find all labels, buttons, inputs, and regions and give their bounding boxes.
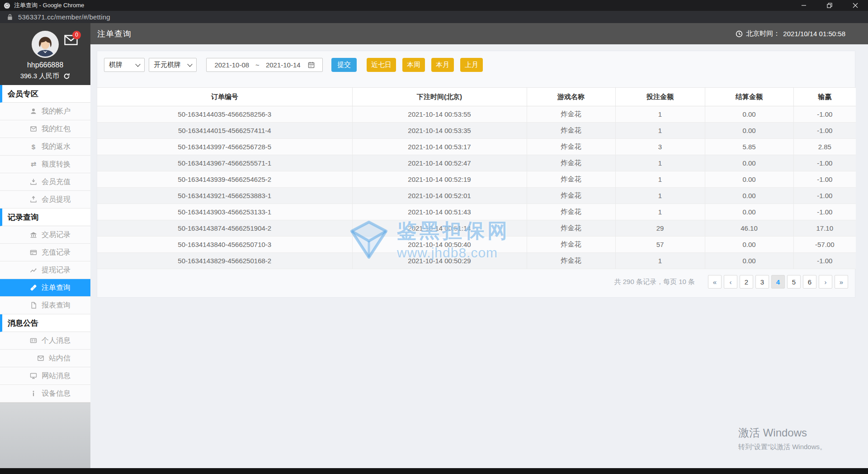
table-row: 50-1634143967-4566255571-12021-10-14 00:… bbox=[97, 155, 856, 171]
sidebar-item-site-messages[interactable]: 网站消息 bbox=[0, 367, 90, 385]
sidebar-item-betting-query[interactable]: 注单查询 bbox=[0, 279, 90, 297]
time-value: 2021/10/14 01:50:58 bbox=[783, 30, 845, 38]
sidebar-item-report-query[interactable]: 报表查询 bbox=[0, 297, 90, 314]
minimize-button[interactable] bbox=[791, 0, 816, 11]
sidebar-item-rebate[interactable]: $ 我的返水 bbox=[0, 138, 90, 156]
date-range-input[interactable]: 2021-10-08 ~ 2021-10-14 bbox=[206, 58, 323, 72]
sidebar-item-device-info[interactable]: 设备信息 bbox=[0, 385, 90, 403]
pagination: 共 290 条记录，每页 10 条 « ‹ 2 3 4 5 6 › » bbox=[97, 275, 855, 289]
this-week-button[interactable]: 本周 bbox=[402, 58, 425, 72]
sidebar-item-withdraw[interactable]: 会员提现 bbox=[0, 191, 90, 209]
sidebar-item-transfer[interactable]: ⇄ 额度转换 bbox=[0, 156, 90, 173]
main-area: 注单查询 北京时间：2021/10/14 01:50:58 棋牌 bbox=[90, 23, 868, 468]
monitor-icon bbox=[29, 372, 38, 379]
betting-table: 订单编号 下注时间(北京) 游戏名称 投注金额 结算金额 输赢 50-16341… bbox=[97, 87, 856, 269]
app: 0 hhp666888 396.3 人民币 会员专区 我的帐户 我的红包 bbox=[0, 23, 868, 468]
time-label: 北京时间： bbox=[746, 29, 780, 38]
chevron-down-icon bbox=[187, 62, 192, 66]
idcard-icon bbox=[29, 337, 38, 344]
table-row: 50-1634143829-4566250168-22021-10-14 00:… bbox=[97, 253, 856, 269]
user-icon bbox=[29, 108, 38, 115]
content-panel: 棋牌 开元棋牌 2021-10-08 ~ 2021-10-14 bbox=[97, 51, 855, 298]
dollar-icon: $ bbox=[29, 143, 38, 151]
first-page-button[interactable]: « bbox=[708, 275, 722, 289]
browser-titlebar: 注单查询 - Google Chrome bbox=[0, 0, 868, 11]
sidebar-item-transactions[interactable]: 交易记录 bbox=[0, 226, 90, 244]
close-button[interactable] bbox=[842, 0, 868, 11]
col-bet-amount: 投注金额 bbox=[615, 88, 705, 106]
beijing-time: 北京时间：2021/10/14 01:50:58 bbox=[736, 29, 845, 38]
date-separator: ~ bbox=[255, 61, 259, 69]
sidebar: 0 hhp666888 396.3 人民币 会员专区 我的帐户 我的红包 bbox=[0, 23, 90, 468]
col-game-name: 游戏名称 bbox=[527, 88, 615, 106]
col-order-no: 订单编号 bbox=[97, 88, 352, 106]
table-row: 50-1634143903-4566253133-12021-10-14 00:… bbox=[97, 204, 856, 220]
ticket-icon bbox=[29, 284, 38, 291]
platform-select[interactable]: 开元棋牌 bbox=[149, 58, 197, 72]
this-month-button[interactable]: 本月 bbox=[431, 58, 454, 72]
game-type-select[interactable]: 棋牌 bbox=[104, 58, 145, 72]
minimize-icon bbox=[801, 3, 807, 8]
window-controls bbox=[791, 0, 868, 11]
page-6-button[interactable]: 6 bbox=[803, 275, 816, 289]
refresh-icon[interactable] bbox=[63, 73, 70, 80]
bank-icon bbox=[29, 231, 38, 238]
restore-icon bbox=[827, 3, 832, 8]
sidebar-section-records: 记录查询 bbox=[0, 209, 90, 226]
last-seven-days-button[interactable]: 近七日 bbox=[367, 58, 396, 72]
chevron-down-icon bbox=[135, 62, 140, 66]
sidebar-item-deposit[interactable]: 会员充值 bbox=[0, 173, 90, 191]
filter-bar: 棋牌 开元棋牌 2021-10-08 ~ 2021-10-14 bbox=[104, 58, 855, 72]
page-title: 注单查询 bbox=[97, 28, 132, 39]
table-header-row: 订单编号 下注时间(北京) 游戏名称 投注金额 结算金额 输赢 bbox=[97, 88, 856, 106]
page-url: 5363371.cc/member/#/betting bbox=[18, 13, 110, 21]
page-2-button[interactable]: 2 bbox=[740, 275, 753, 289]
chrome-icon bbox=[4, 2, 10, 9]
sidebar-item-redpacket[interactable]: 我的红包 bbox=[0, 120, 90, 138]
last-page-button[interactable]: » bbox=[835, 275, 848, 289]
report-icon bbox=[29, 302, 38, 309]
page-5-button[interactable]: 5 bbox=[787, 275, 801, 289]
username: hhp666888 bbox=[0, 61, 90, 69]
sidebar-item-personal-messages[interactable]: 个人消息 bbox=[0, 332, 90, 350]
screen: 注单查询 - Google Chrome 5363371.cc/member/#… bbox=[0, 0, 868, 474]
sidebar-item-site-mail[interactable]: 站内信 bbox=[0, 350, 90, 367]
restore-button[interactable] bbox=[816, 0, 842, 11]
deposit-icon bbox=[29, 178, 38, 185]
avatar bbox=[33, 32, 57, 57]
transfer-icon: ⇄ bbox=[29, 160, 38, 168]
submit-button[interactable]: 提交 bbox=[331, 58, 357, 72]
balance-value: 396.3 人民币 bbox=[20, 72, 60, 81]
date-from: 2021-10-08 bbox=[214, 61, 249, 69]
table-row: 50-1634144035-4566258256-32021-10-14 00:… bbox=[97, 106, 856, 123]
balance-row: 396.3 人民币 bbox=[0, 72, 90, 81]
windows-activation-notice: 激活 Windows 转到“设置”以激活 Windows。 bbox=[738, 426, 826, 451]
date-to: 2021-10-14 bbox=[266, 61, 301, 69]
calendar-icon bbox=[308, 62, 315, 68]
sidebar-item-withdraw-records[interactable]: 提现记录 bbox=[0, 261, 90, 279]
lock-icon bbox=[7, 14, 13, 20]
bottom-bar bbox=[0, 468, 868, 474]
record-summary: 共 290 条记录，每页 10 条 bbox=[614, 278, 695, 286]
table-row: 50-1634143939-4566254625-22021-10-14 00:… bbox=[97, 171, 856, 188]
table-row: 50-1634143874-4566251904-22021-10-14 00:… bbox=[97, 220, 856, 237]
sidebar-section-messages: 消息公告 bbox=[0, 314, 90, 332]
table-row: 50-1634143921-4566253883-12021-10-14 00:… bbox=[97, 188, 856, 204]
prev-page-button[interactable]: ‹ bbox=[724, 275, 737, 289]
sidebar-item-deposit-records[interactable]: 充值记录 bbox=[0, 244, 90, 261]
user-panel: 0 hhp666888 396.3 人民币 bbox=[0, 23, 90, 85]
withdraw-icon bbox=[29, 196, 38, 203]
info-icon bbox=[29, 390, 38, 397]
window-title: 注单查询 - Google Chrome bbox=[14, 1, 84, 9]
card-icon bbox=[29, 249, 38, 256]
sidebar-item-account[interactable]: 我的帐户 bbox=[0, 103, 90, 120]
page-3-button[interactable]: 3 bbox=[755, 275, 769, 289]
next-page-button[interactable]: › bbox=[819, 275, 832, 289]
col-win-loss: 输赢 bbox=[793, 88, 856, 106]
red-packet-icon bbox=[29, 125, 38, 133]
page-4-button-active[interactable]: 4 bbox=[771, 275, 785, 289]
address-bar[interactable]: 5363371.cc/member/#/betting bbox=[0, 11, 868, 23]
envelope-icon bbox=[37, 355, 45, 362]
chart-icon bbox=[29, 266, 38, 274]
last-month-button[interactable]: 上月 bbox=[460, 58, 483, 72]
